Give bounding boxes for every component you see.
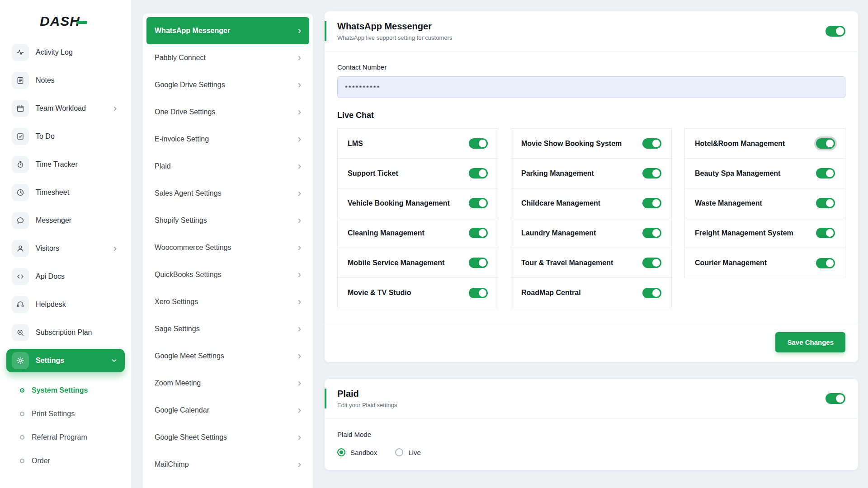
bullet-icon (20, 435, 24, 440)
settings-nav-quickbooks[interactable]: QuickBooks Settings › (146, 261, 309, 288)
chevron-down-icon: › (109, 359, 119, 362)
plaid-card-header: Plaid Edit your Plaid settings (325, 379, 858, 419)
toggle-knob (652, 140, 660, 147)
radio-selected-icon (337, 448, 345, 456)
sidebar-item-label: To Do (36, 132, 55, 141)
settings-nav-e-invoice[interactable]: E-invoice Setting › (146, 126, 309, 153)
bullet-icon (20, 388, 24, 393)
toggle-roadmap-central[interactable] (642, 288, 661, 298)
brand-logo[interactable]: DASH (6, 11, 125, 41)
check-square-icon (12, 128, 29, 145)
chevron-right-icon: › (298, 351, 301, 361)
plaid-card: Plaid Edit your Plaid settings Plaid Mod… (325, 379, 858, 470)
chevron-right-icon: › (298, 188, 301, 198)
settings-nav-google-sheet[interactable]: Google Sheet Settings › (146, 424, 309, 451)
settings-nav-woocommerce[interactable]: Woocommerce Settings › (146, 234, 309, 261)
submenu-item-print-settings[interactable]: Print Settings (20, 402, 125, 426)
toggle-hotel-room[interactable] (816, 138, 835, 149)
contact-number-label: Contact Number (337, 63, 845, 71)
chevron-right-icon: › (298, 161, 301, 171)
toggle-childcare[interactable] (642, 198, 661, 208)
toggle-waste[interactable] (816, 198, 835, 208)
gear-icon (12, 352, 29, 369)
toggle-lms[interactable] (469, 138, 488, 149)
chevron-right-icon: › (298, 378, 301, 388)
module-row-freight: Freight Management System (685, 218, 845, 248)
toggle-movie-tv-studio[interactable] (469, 288, 488, 298)
plaid-mode-live[interactable]: Live (395, 448, 421, 456)
sidebar-item-settings[interactable]: Settings › (6, 349, 125, 372)
sidebar-item-team-workload[interactable]: Team Workload › (6, 97, 125, 120)
settings-nav-shopify[interactable]: Shopify Settings › (146, 207, 309, 234)
toggle-knob (826, 199, 834, 207)
sidebar-item-time-tracker[interactable]: Time Tracker (6, 153, 125, 176)
bullet-icon (20, 412, 24, 416)
sidebar-item-label: Helpdesk (36, 300, 66, 309)
sidebar-item-helpdesk[interactable]: Helpdesk (6, 293, 125, 316)
sidebar-item-activity-log[interactable]: Activity Log (6, 41, 125, 64)
module-row-tour-travel: Tour & Travel Management (511, 248, 671, 278)
submenu-item-system-settings[interactable]: System Settings (20, 379, 125, 402)
toggle-parking[interactable] (642, 168, 661, 178)
settings-nav-one-drive[interactable]: One Drive Settings › (146, 99, 309, 126)
settings-nav-pabbly-connect[interactable]: Pabbly Connect › (146, 44, 309, 71)
submenu-item-referral-program[interactable]: Referral Program (20, 426, 125, 449)
settings-nav-zoom-meeting[interactable]: Zoom Meeting › (146, 370, 309, 397)
toggle-knob (479, 140, 486, 147)
chevron-right-icon: › (298, 53, 301, 63)
sidebar-item-visitors[interactable]: Visitors › (6, 237, 125, 260)
sidebar-item-to-do[interactable]: To Do (6, 125, 125, 148)
plaid-enabled-toggle[interactable] (826, 393, 845, 404)
toggle-knob (652, 259, 660, 267)
plaid-mode-sandbox[interactable]: Sandbox (337, 448, 377, 456)
toggle-mobile-service[interactable] (469, 258, 488, 268)
toggle-tour-travel[interactable] (642, 258, 661, 268)
sidebar-item-api-docs[interactable]: Api Docs (6, 265, 125, 288)
sidebar-item-label: Api Docs (36, 272, 65, 281)
toggle-knob (836, 27, 844, 35)
contact-number-input[interactable] (337, 76, 845, 98)
toggle-vehicle-booking[interactable] (469, 198, 488, 208)
stopwatch-icon (12, 156, 29, 173)
save-changes-button[interactable]: Save Changes (775, 332, 845, 352)
toggle-knob (836, 394, 844, 403)
toggle-knob (826, 169, 834, 177)
toggle-knob (826, 229, 834, 237)
toggle-movie-show-booking[interactable] (642, 138, 661, 149)
settings-nav-google-meet[interactable]: Google Meet Settings › (146, 343, 309, 370)
whatsapp-enabled-toggle[interactable] (826, 26, 845, 37)
submenu-item-order[interactable]: Order (20, 449, 125, 473)
settings-nav-sales-agent[interactable]: Sales Agent Settings › (146, 180, 309, 207)
settings-nav-xero[interactable]: Xero Settings › (146, 288, 309, 315)
logo-dash-accent (76, 21, 87, 24)
submenu-item-label: Order (32, 457, 50, 465)
settings-nav-plaid[interactable]: Plaid › (146, 153, 309, 180)
settings-nav-sage[interactable]: Sage Settings › (146, 315, 309, 343)
module-row-courier: Courier Management (685, 248, 845, 278)
sidebar-item-timesheet[interactable]: Timesheet (6, 181, 125, 204)
settings-nav-whatsapp-messenger[interactable]: WhatsApp Messenger › (146, 17, 309, 44)
settings-nav-panel: WhatsApp Messenger › Pabbly Connect › Go… (143, 14, 313, 488)
live-chat-heading: Live Chat (337, 111, 845, 120)
toggle-laundry[interactable] (642, 228, 661, 238)
sidebar-item-notes[interactable]: Notes (6, 69, 125, 92)
sidebar-item-messenger[interactable]: Messenger (6, 209, 125, 232)
main-content: WhatsApp Messenger WhatsApp live support… (313, 0, 868, 488)
settings-nav-mailchimp[interactable]: MailChimp › (146, 451, 309, 478)
toggle-support-ticket[interactable] (469, 168, 488, 178)
sidebar-item-subscription-plan[interactable]: Subscription Plan (6, 321, 125, 344)
chevron-right-icon: › (298, 324, 301, 334)
toggle-freight[interactable] (816, 228, 835, 238)
notes-icon (12, 72, 29, 89)
settings-nav-google-calendar[interactable]: Google Calendar › (146, 397, 309, 424)
card-subtitle: Edit your Plaid settings (337, 402, 397, 408)
plaid-mode-label: Plaid Mode (337, 431, 845, 438)
toggle-beauty-spa[interactable] (816, 168, 835, 178)
toggle-knob (479, 289, 486, 297)
toggle-courier[interactable] (816, 258, 835, 268)
toggle-cleaning[interactable] (469, 228, 488, 238)
chat-bubble-icon (12, 212, 29, 229)
clock-icon (12, 184, 29, 201)
settings-nav-google-drive[interactable]: Google Drive Settings › (146, 71, 309, 99)
sidebar-item-label: Messenger (36, 216, 71, 225)
